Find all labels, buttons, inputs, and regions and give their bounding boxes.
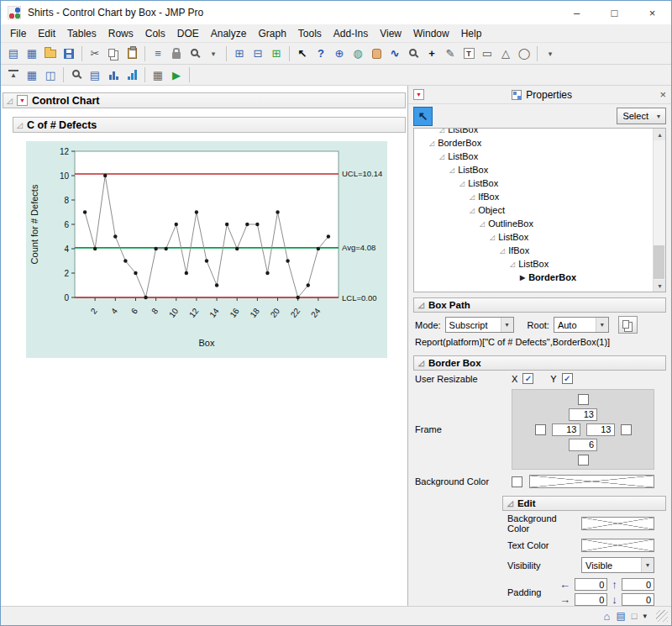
tree-node-outlinebox[interactable]: ◿OutlineBox <box>414 217 652 230</box>
data-point[interactable] <box>317 247 320 250</box>
zoom-in-tool-icon[interactable]: + <box>423 45 441 62</box>
data-point[interactable] <box>265 271 269 275</box>
padding-right-field[interactable]: 0 <box>575 593 607 606</box>
data-point[interactable] <box>83 210 87 213</box>
control-chart[interactable]: 02468101224681012141618202224UCL=10.14Av… <box>26 141 387 358</box>
expanded-triangle-icon[interactable]: ◿ <box>429 139 434 147</box>
toolbar-overflow-icon[interactable]: ▾ <box>541 45 559 62</box>
close-panel-icon[interactable]: × <box>659 88 666 101</box>
journal-icon[interactable]: ▤ <box>616 610 625 622</box>
data-point[interactable] <box>215 283 218 287</box>
data-point[interactable] <box>276 210 279 213</box>
run-script-icon[interactable]: ▶ <box>167 66 186 83</box>
distribution-icon[interactable] <box>104 66 123 83</box>
menu-analyze[interactable]: Analyze <box>205 26 253 41</box>
red-triangle-menu-icon[interactable]: ▼ <box>17 95 28 106</box>
menu-addins[interactable]: Add-Ins <box>328 26 374 41</box>
home-window-icon[interactable]: ⌂ <box>604 610 611 623</box>
polygon-tool-icon[interactable]: △ <box>496 45 515 62</box>
data-point[interactable] <box>195 210 198 213</box>
frame-bottom-field[interactable]: 6 <box>569 439 597 451</box>
query-builder-icon[interactable] <box>67 66 86 83</box>
mode-select[interactable]: Subscript ▾ <box>445 317 514 333</box>
expanded-triangle-icon[interactable]: ◿ <box>449 166 454 174</box>
menu-doe[interactable]: DOE <box>171 26 205 41</box>
data-point[interactable] <box>296 296 299 299</box>
frame-left-checkbox[interactable] <box>535 424 546 435</box>
help-tool-icon[interactable]: ? <box>312 45 330 62</box>
status-caret-icon[interactable]: ▾ <box>643 612 647 620</box>
data-grid-icon[interactable]: ▦ <box>23 66 41 83</box>
text-annotate-tool-icon[interactable]: T <box>459 45 478 62</box>
expanded-triangle-icon[interactable]: ◿ <box>459 180 465 187</box>
menu-window[interactable]: Window <box>407 26 455 41</box>
search-overflow-icon[interactable]: ▾ <box>204 45 223 62</box>
menu-tables[interactable]: Tables <box>61 26 102 41</box>
search-icon[interactable] <box>186 45 204 62</box>
hand-tool-icon[interactable] <box>367 45 386 62</box>
data-point[interactable] <box>255 223 259 226</box>
close-button[interactable]: × <box>633 1 671 24</box>
tree-scrollbar[interactable]: ▴ ▾ <box>653 129 665 292</box>
data-point[interactable] <box>327 234 330 238</box>
data-point[interactable] <box>225 223 228 226</box>
frame-right-field[interactable]: 13 <box>586 423 615 436</box>
copy-icon[interactable] <box>104 45 123 62</box>
data-point[interactable] <box>175 223 178 226</box>
menu-tools[interactable]: Tools <box>292 26 328 41</box>
copy-path-button[interactable] <box>618 316 638 334</box>
frame-top-checkbox[interactable] <box>578 394 589 405</box>
tree-node-listbox[interactable]: ◿ListBox <box>414 257 652 271</box>
frame-left-field[interactable]: 13 <box>552 423 580 436</box>
disclosure-triangle-icon[interactable]: ◿ <box>418 301 424 309</box>
magnifier-tool-icon[interactable] <box>404 45 423 62</box>
tree-node-listbox[interactable]: ◿ListBox <box>414 230 652 244</box>
graph-builder-icon[interactable] <box>123 66 141 83</box>
edit-background-color-swatch[interactable] <box>581 517 654 530</box>
select-button[interactable]: Select ▾ <box>617 108 666 124</box>
tree-node-listbox[interactable]: ◿ListBox <box>414 128 652 136</box>
menu-edit[interactable]: Edit <box>32 26 61 41</box>
menu-cols[interactable]: Cols <box>139 26 171 41</box>
data-point[interactable] <box>123 259 127 262</box>
scroll-up-icon[interactable]: ▴ <box>654 129 666 140</box>
layout-window-icon[interactable]: ⊟ <box>249 45 267 62</box>
minimize-button[interactable]: – <box>558 1 596 24</box>
data-point[interactable] <box>286 259 289 262</box>
data-table-icon[interactable]: ▦ <box>149 66 167 83</box>
data-point[interactable] <box>93 247 97 250</box>
lasso-tool-icon[interactable]: ∿ <box>386 45 404 62</box>
expanded-triangle-icon[interactable]: ◿ <box>490 234 495 241</box>
disclosure-triangle-icon[interactable]: ◿ <box>7 97 13 105</box>
pencil-tool-icon[interactable]: ✎ <box>441 45 459 62</box>
arrow-tool-icon[interactable]: ↖ <box>293 45 312 62</box>
menu-graph[interactable]: Graph <box>252 26 291 41</box>
background-color-checkbox[interactable] <box>512 476 522 487</box>
disclosure-triangle-icon[interactable]: ◿ <box>507 499 513 508</box>
menu-rows[interactable]: Rows <box>102 26 139 41</box>
scroll-down-icon[interactable]: ▾ <box>654 280 666 292</box>
maximize-button[interactable]: □ <box>596 1 633 24</box>
rect-tool-icon[interactable]: ▭ <box>478 45 496 62</box>
scrollbar-thumb[interactable] <box>654 245 664 279</box>
data-point[interactable] <box>235 247 239 250</box>
expanded-triangle-icon[interactable]: ◿ <box>500 247 505 255</box>
tree-node-borderbox[interactable]: ◿BorderBox <box>414 136 652 150</box>
resize-grip[interactable] <box>656 610 668 622</box>
add-to-journal-icon[interactable]: ⊞ <box>267 45 286 62</box>
journal-window-icon[interactable]: ⊞ <box>230 45 249 62</box>
collapsed-triangle-icon[interactable]: ▶ <box>520 274 525 281</box>
expanded-triangle-icon[interactable]: ◿ <box>470 207 475 214</box>
data-point[interactable] <box>205 259 208 262</box>
tree-node-listbox[interactable]: ◿ListBox <box>414 176 652 190</box>
disclosure-triangle-icon[interactable]: ◿ <box>418 359 424 367</box>
data-point[interactable] <box>144 296 147 299</box>
menu-file[interactable]: File <box>4 26 32 41</box>
expanded-triangle-icon[interactable]: ◿ <box>480 220 485 228</box>
expanded-triangle-icon[interactable]: ◿ <box>439 153 444 160</box>
data-point[interactable] <box>245 223 249 226</box>
crosshair-tool-icon[interactable]: ⊕ <box>330 45 349 62</box>
tree-node-listbox[interactable]: ◿ListBox <box>414 150 652 163</box>
tree-node-ifbox[interactable]: ◿IfBox <box>414 244 652 257</box>
root-select[interactable]: Auto ▾ <box>554 317 609 333</box>
